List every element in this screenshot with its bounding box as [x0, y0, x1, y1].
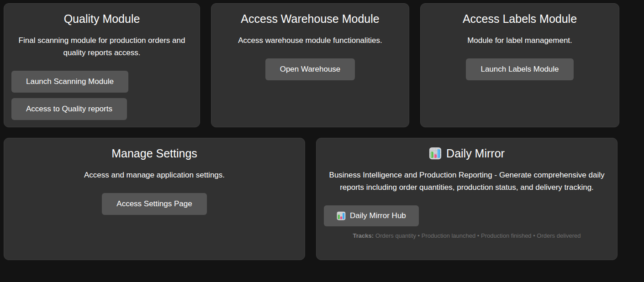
warehouse-module-description: Access warehouse module functionalities. [219, 34, 401, 47]
card-warehouse-module: Access Warehouse Module Access warehouse… [211, 3, 409, 127]
bottom-row: Manage Settings Access and manage applic… [4, 138, 640, 260]
labels-module-description: Module for label management. [428, 34, 612, 47]
daily-mirror-description: Business Intelligence and Production Rep… [324, 169, 610, 193]
access-settings-page-button[interactable]: Access Settings Page [102, 193, 206, 215]
top-row: Quality Module Final scanning module for… [4, 3, 640, 127]
card-quality-module: Quality Module Final scanning module for… [4, 3, 200, 127]
daily-mirror-title-row: Daily Mirror [324, 146, 610, 160]
quality-module-buttons: Launch Scanning Module Access to Quality… [11, 71, 192, 120]
launch-scanning-module-button[interactable]: Launch Scanning Module [11, 71, 128, 93]
card-manage-settings: Manage Settings Access and manage applic… [4, 138, 305, 260]
tracks-line: Tracks:Orders quantity • Production laun… [324, 232, 610, 239]
quality-module-title: Quality Module [11, 12, 192, 26]
warehouse-module-title: Access Warehouse Module [219, 12, 401, 26]
bar-chart-icon [337, 211, 346, 220]
access-quality-reports-button[interactable]: Access to Quality reports [11, 98, 127, 120]
launch-labels-module-button[interactable]: Launch Labels Module [466, 58, 573, 80]
daily-mirror-hub-button[interactable]: Daily Mirror Hub [324, 205, 419, 226]
card-labels-module: Access Labels Module Module for label ma… [420, 3, 619, 127]
tracks-items: Orders quantity • Production launched • … [375, 232, 581, 239]
open-warehouse-button[interactable]: Open Warehouse [265, 58, 355, 80]
manage-settings-title: Manage Settings [11, 146, 297, 160]
tracks-label: Tracks: [353, 232, 374, 239]
card-daily-mirror: Daily Mirror Business Intelligence and P… [316, 138, 618, 260]
modules-dashboard: Quality Module Final scanning module for… [0, 0, 644, 263]
bar-chart-icon [429, 147, 442, 160]
quality-module-description: Final scanning module for production ord… [11, 34, 192, 59]
manage-settings-description: Access and manage application settings. [11, 169, 297, 181]
daily-mirror-title: Daily Mirror [446, 146, 505, 160]
daily-mirror-hub-label: Daily Mirror Hub [350, 211, 406, 220]
labels-module-title: Access Labels Module [428, 12, 612, 26]
